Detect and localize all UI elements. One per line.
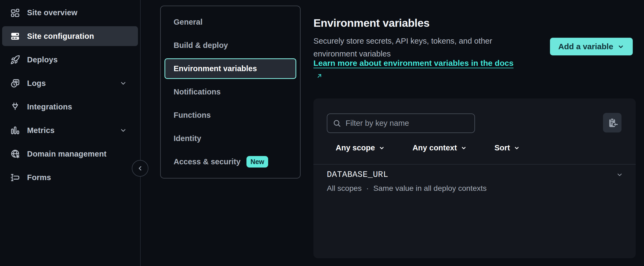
- variable-contexts: Same value in all deploy contexts: [373, 184, 486, 193]
- chevron-down-icon: [119, 126, 127, 134]
- chevron-down-icon: [617, 43, 624, 50]
- sidebar: Site overview Site configuration Deploys…: [0, 0, 141, 266]
- import-env-button[interactable]: [603, 113, 621, 132]
- scope-filter-label: Any scope: [336, 143, 375, 152]
- sidebar-item-metrics[interactable]: Metrics: [2, 120, 138, 140]
- docs-link[interactable]: Learn more about environment variables i…: [313, 56, 517, 83]
- clipboard-import-icon: [607, 117, 618, 128]
- settings-item-identity[interactable]: Identity: [164, 127, 296, 150]
- add-variable-label: Add a variable: [558, 42, 613, 51]
- dashboard-icon: [10, 8, 20, 18]
- variable-scopes: All scopes: [327, 184, 362, 193]
- bar-chart-icon: [10, 126, 20, 135]
- settings-item-label: Notifications: [174, 88, 221, 96]
- sidebar-item-domain-management[interactable]: Domain management: [2, 144, 138, 164]
- environment-variables-panel: Any scope Any context Sort DATABASE_URL …: [313, 98, 636, 258]
- variable-meta: All scopes · Same value in all deploy co…: [327, 184, 486, 193]
- context-filter-dropdown[interactable]: Any context: [413, 143, 467, 152]
- chevron-down-icon: [119, 79, 127, 87]
- filter-search-box: [327, 113, 475, 133]
- sidebar-item-label: Integrations: [27, 102, 72, 111]
- add-variable-button[interactable]: Add a variable: [550, 38, 633, 55]
- settings-item-label: Build & deploy: [174, 41, 228, 50]
- settings-item-environment-variables[interactable]: Environment variables: [164, 58, 296, 79]
- settings-item-label: Environment variables: [174, 64, 257, 73]
- sort-label: Sort: [495, 143, 510, 152]
- filter-key-input[interactable]: [345, 119, 469, 128]
- plug-icon: [10, 102, 20, 112]
- context-filter-label: Any context: [413, 143, 457, 152]
- settings-menu: General Build & deploy Environment varia…: [160, 6, 301, 178]
- settings-item-access-security[interactable]: Access & security New: [164, 150, 296, 173]
- sidebar-item-site-overview[interactable]: Site overview: [2, 3, 138, 22]
- sidebar-item-label: Domain management: [27, 150, 107, 158]
- settings-item-build-deploy[interactable]: Build & deploy: [164, 34, 296, 57]
- clock-icon: [10, 78, 20, 88]
- sidebar-item-label: Forms: [27, 173, 51, 182]
- settings-item-label: Functions: [174, 111, 211, 120]
- chevron-down-icon: [514, 145, 520, 151]
- chevron-down-icon: [379, 145, 385, 151]
- settings-item-notifications[interactable]: Notifications: [164, 80, 296, 104]
- settings-item-label: Identity: [174, 134, 201, 143]
- rocket-icon: [10, 55, 20, 65]
- settings-item-functions[interactable]: Functions: [164, 104, 296, 127]
- sidebar-item-forms[interactable]: Forms: [2, 168, 138, 187]
- sidebar-item-label: Logs: [27, 79, 46, 88]
- sidebar-item-site-configuration[interactable]: Site configuration: [2, 26, 138, 46]
- globe-icon: [10, 149, 20, 159]
- settings-item-general[interactable]: General: [164, 10, 296, 34]
- sidebar-item-logs[interactable]: Logs: [2, 73, 138, 93]
- scope-filter-dropdown[interactable]: Any scope: [336, 143, 385, 152]
- sidebar-item-deploys[interactable]: Deploys: [2, 50, 138, 70]
- chevron-left-icon: [136, 165, 144, 172]
- server-icon: [10, 31, 20, 41]
- settings-item-label: Access & security: [174, 157, 241, 166]
- sidebar-item-label: Metrics: [27, 126, 55, 135]
- sort-dropdown[interactable]: Sort: [495, 143, 520, 152]
- sidebar-item-label: Site overview: [27, 8, 77, 17]
- search-icon: [333, 119, 341, 127]
- filter-bar: Any scope Any context Sort: [336, 143, 520, 152]
- new-badge: New: [246, 156, 268, 168]
- form-icon: [10, 173, 20, 183]
- sidebar-item-label: Deploys: [27, 55, 58, 64]
- variable-row-database-url[interactable]: DATABASE_URL All scopes · Same value in …: [313, 165, 636, 199]
- sidebar-item-label: Site configuration: [27, 32, 94, 41]
- page-title: Environment variables: [313, 17, 429, 29]
- chevron-down-icon: [460, 145, 467, 151]
- docs-link-label: Learn more about environment variables i…: [313, 59, 514, 67]
- variable-key: DATABASE_URL: [327, 170, 388, 179]
- chevron-down-icon[interactable]: [616, 171, 623, 178]
- sidebar-item-integrations[interactable]: Integrations: [2, 97, 138, 117]
- sidebar-collapse-button[interactable]: [132, 160, 148, 177]
- settings-item-label: General: [174, 18, 203, 26]
- meta-separator: ·: [366, 184, 369, 193]
- external-link-icon: [316, 72, 323, 79]
